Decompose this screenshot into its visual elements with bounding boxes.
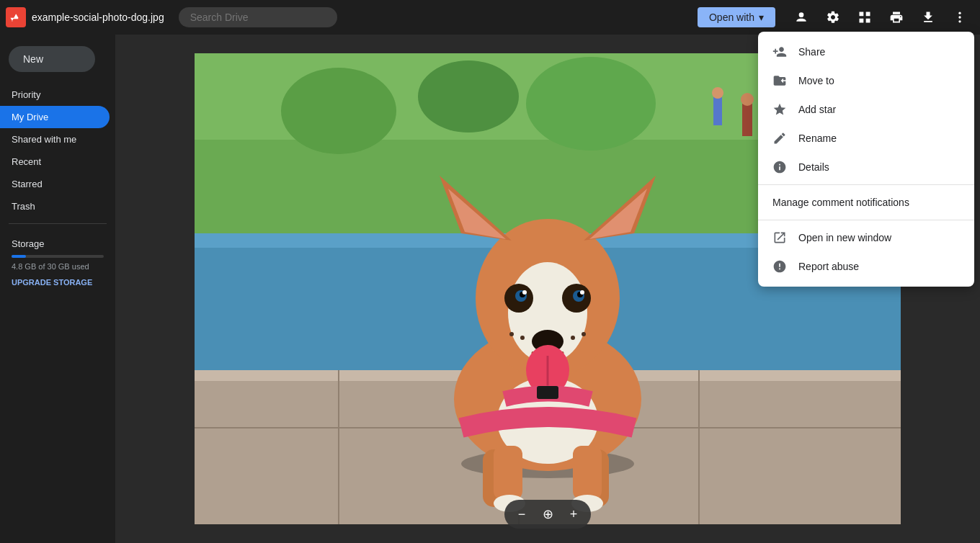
external-link-icon bbox=[772, 230, 787, 245]
sidebar: New Priority My Drive Shared with me Rec… bbox=[0, 35, 115, 543]
menu-item-share[interactable]: Share bbox=[758, 37, 974, 66]
app-header: example-social-photo-dog.jpg Open with ▾ bbox=[0, 0, 980, 35]
svg-point-3 bbox=[958, 20, 961, 22]
svg-rect-28 bbox=[573, 446, 602, 500]
svg-rect-48 bbox=[537, 386, 558, 399]
share-label: Share bbox=[798, 46, 825, 58]
svg-point-49 bbox=[509, 332, 514, 336]
upgrade-storage-button[interactable]: UPGRADE STORAGE bbox=[12, 278, 92, 287]
drive-logo-icon bbox=[6, 7, 26, 27]
svg-rect-12 bbox=[742, 104, 752, 136]
svg-rect-10 bbox=[713, 97, 722, 125]
menu-item-open-new-window[interactable]: Open in new window bbox=[758, 223, 974, 252]
sidebar-item-my-drive[interactable]: My Drive bbox=[0, 106, 110, 128]
zoom-controls: − ⊕ + bbox=[504, 500, 591, 529]
report-abuse-label: Report abuse bbox=[798, 261, 859, 272]
sidebar-item-recent[interactable]: Recent bbox=[0, 151, 110, 173]
open-new-window-label: Open in new window bbox=[798, 232, 891, 243]
storage-bar-fill bbox=[12, 255, 26, 258]
header-icons bbox=[787, 3, 974, 32]
move-to-label: Move to bbox=[798, 75, 834, 86]
svg-point-2 bbox=[958, 16, 961, 18]
menu-item-rename[interactable]: Rename bbox=[758, 124, 974, 153]
search-input[interactable] bbox=[179, 7, 337, 27]
zoom-fit-button[interactable]: ⊕ bbox=[536, 503, 559, 526]
settings-icon-button[interactable] bbox=[819, 3, 847, 32]
dropdown-menu: Share Move to Add star Rename Details Ma… bbox=[758, 32, 974, 287]
svg-point-9 bbox=[526, 57, 656, 151]
svg-point-0 bbox=[799, 12, 804, 17]
storage-section: Storage 4.8 GB of 30 GB used UPGRADE STO… bbox=[0, 230, 115, 297]
accounts-icon-button[interactable] bbox=[787, 3, 816, 32]
zoom-out-button[interactable]: − bbox=[510, 503, 533, 526]
open-with-button[interactable]: Open with ▾ bbox=[698, 7, 775, 27]
svg-point-51 bbox=[582, 332, 586, 336]
svg-point-50 bbox=[520, 336, 525, 340]
menu-item-report-abuse[interactable]: Report abuse bbox=[758, 252, 974, 281]
menu-divider-1 bbox=[758, 184, 974, 185]
svg-point-52 bbox=[571, 336, 575, 340]
grid-icon-button[interactable] bbox=[850, 3, 879, 32]
menu-item-move-to[interactable]: Move to bbox=[758, 66, 974, 95]
svg-rect-27 bbox=[494, 446, 522, 500]
sidebar-item-starred[interactable]: Starred bbox=[0, 173, 110, 195]
person-add-icon bbox=[772, 45, 787, 59]
print-icon-button[interactable] bbox=[882, 3, 911, 32]
svg-point-43 bbox=[522, 290, 527, 295]
storage-used-text: 4.8 GB of 30 GB used bbox=[12, 262, 104, 271]
storage-title: Storage bbox=[12, 238, 104, 249]
new-button[interactable]: New bbox=[9, 46, 95, 72]
notifications-label: Manage comment notifications bbox=[772, 197, 909, 208]
svg-point-8 bbox=[418, 60, 519, 133]
svg-point-1 bbox=[958, 12, 961, 14]
warning-circle-icon bbox=[772, 259, 787, 274]
sidebar-item-shared[interactable]: Shared with me bbox=[0, 128, 110, 151]
sidebar-divider bbox=[9, 223, 107, 224]
svg-point-11 bbox=[712, 87, 723, 99]
info-icon bbox=[772, 160, 787, 174]
menu-divider-2 bbox=[758, 220, 974, 220]
menu-item-notifications[interactable]: Manage comment notifications bbox=[758, 188, 974, 217]
folder-move-icon bbox=[772, 73, 787, 88]
zoom-in-button[interactable]: + bbox=[562, 503, 585, 526]
storage-bar-background bbox=[12, 255, 104, 258]
sidebar-item-priority[interactable]: Priority bbox=[0, 84, 110, 106]
app-logo: example-social-photo-dog.jpg bbox=[6, 7, 164, 27]
rename-label: Rename bbox=[798, 133, 837, 144]
menu-item-details[interactable]: Details bbox=[758, 153, 974, 181]
file-name-label: example-social-photo-dog.jpg bbox=[32, 12, 164, 23]
sidebar-item-trash[interactable]: Trash bbox=[0, 195, 110, 217]
add-star-label: Add star bbox=[798, 104, 836, 115]
svg-point-13 bbox=[741, 93, 754, 106]
svg-point-7 bbox=[281, 68, 396, 154]
pencil-icon bbox=[772, 131, 787, 145]
star-icon bbox=[772, 102, 787, 117]
menu-item-add-star[interactable]: Add star bbox=[758, 95, 974, 124]
download-icon-button[interactable] bbox=[914, 3, 943, 32]
more-options-button[interactable] bbox=[945, 3, 974, 32]
svg-point-44 bbox=[580, 290, 584, 295]
details-label: Details bbox=[798, 161, 829, 173]
